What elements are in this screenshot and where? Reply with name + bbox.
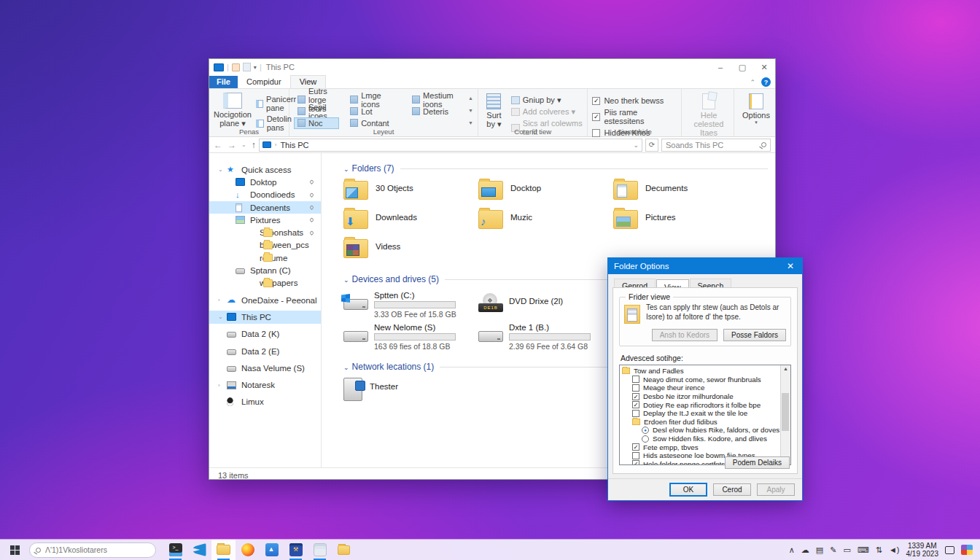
add-columns-button[interactable]: Add colveres ▾: [511, 107, 583, 117]
search-input[interactable]: Soands This PC: [661, 139, 771, 152]
qat-properties-icon[interactable]: [232, 63, 240, 71]
forward-icon[interactable]: →: [228, 140, 236, 150]
collapse-section-icon[interactable]: ⌄: [343, 276, 349, 284]
layout-details[interactable]: Deteris: [408, 106, 465, 117]
adv-option[interactable]: Deplay the It.J exait w the tile loe: [622, 409, 779, 418]
drive-tile-c[interactable]: Sptten (C:) 3.33 OB Fee of 15.8 GB: [343, 290, 478, 322]
adv-option[interactable]: Meage theur irence: [622, 384, 779, 392]
tab-file[interactable]: File: [209, 76, 238, 88]
ok-button[interactable]: OK: [669, 483, 707, 497]
up-icon[interactable]: ↑: [252, 140, 256, 150]
folder-tile-3d-objects[interactable]: 30 Otjects: [343, 179, 478, 209]
collapse-ribbon-icon[interactable]: ⌃: [750, 79, 755, 86]
display-tray-icon[interactable]: ▭: [843, 545, 850, 555]
sidebar-item-screenshots[interactable]: Scoonshats: [209, 226, 321, 238]
start-button[interactable]: [0, 540, 29, 560]
folder-tile-documents[interactable]: Decuments: [613, 179, 748, 209]
more-icon[interactable]: ▼: [468, 120, 473, 125]
search-icon[interactable]: [761, 142, 766, 147]
radio-icon[interactable]: [642, 435, 649, 443]
clock[interactable]: 1339 AM 4/19 2023: [906, 542, 939, 558]
refresh-button[interactable]: ⟳: [645, 139, 658, 152]
close-button[interactable]: ✕: [753, 60, 775, 74]
chevron-right-icon[interactable]: ›: [218, 297, 220, 303]
adv-radio-option[interactable]: Sow Hidden fiks. Kodore, and dlives: [622, 435, 779, 443]
sidebar-item-resume[interactable]: rexume: [209, 252, 321, 264]
sidebar-item-data2-e[interactable]: Data 2 (E): [209, 345, 321, 357]
keyboard-tray-icon[interactable]: ⌨: [858, 545, 869, 555]
sidebar-item-this-pc[interactable]: ⌄ This PC: [209, 311, 321, 323]
sidebar-item-desktop[interactable]: Doktop: [209, 176, 321, 188]
taskbar-app-notes[interactable]: [308, 540, 332, 560]
sidebar-item-system-c[interactable]: Sptann (C): [209, 264, 321, 276]
qat-dropdown-icon[interactable]: ▾: [254, 64, 257, 71]
sidebar-item-downloads[interactable]: ↓ Doondioeds: [209, 189, 321, 201]
minimize-button[interactable]: –: [709, 60, 731, 74]
radio-icon[interactable]: ●: [642, 427, 649, 434]
taskbar-app-toolbox[interactable]: ⚒: [284, 540, 308, 560]
help-icon[interactable]: ?: [761, 77, 771, 87]
scroll-down-icon[interactable]: ▼: [468, 108, 473, 113]
volume-tray-icon[interactable]: ◄): [889, 545, 900, 554]
sidebar-item-data2-k[interactable]: Data 2 (K): [209, 328, 321, 341]
onedrive-tray-icon[interactable]: ☁: [801, 545, 809, 555]
advanced-settings-list[interactable]: Tow and Fadles Neayo dimut come, sewor f…: [619, 365, 791, 465]
tab-computer[interactable]: Compidur: [238, 76, 290, 88]
folder-tile-videos[interactable]: Videss: [343, 238, 478, 267]
apply-button[interactable]: Apaly: [757, 483, 795, 496]
drive-tile-data1[interactable]: Dxte 1 (B.) 2.39 69 Fee of 3.64 G8: [478, 322, 613, 354]
sidebar-item-wallpapers[interactable]: wdlpapers: [209, 277, 321, 289]
item-check-boxes-checkbox[interactable]: ✓ Neo therk bewss: [592, 96, 677, 105]
folder-tile-desktop[interactable]: Docktop: [478, 179, 613, 209]
tablet-tray-icon[interactable]: ▤: [816, 545, 823, 555]
checkbox-icon[interactable]: [632, 376, 639, 383]
sidebar-item-documents[interactable]: Decanents: [209, 201, 321, 214]
action-center-icon[interactable]: [945, 546, 954, 554]
apply-to-folders-button[interactable]: Ansh to Kedors: [652, 329, 718, 341]
chevron-down-icon[interactable]: ⌄: [218, 166, 223, 173]
group-by-button[interactable]: Gniup by ▾: [511, 96, 583, 105]
qat-newfolder-icon[interactable]: [243, 63, 251, 71]
chevron-right-icon[interactable]: ›: [218, 382, 220, 389]
hidden-icons-chevron[interactable]: ∧: [789, 545, 795, 555]
cancel-button[interactable]: Cerod: [713, 483, 751, 496]
sidebar-item-between-pcs[interactable]: between_pcs: [209, 239, 321, 252]
colorful-app-icon[interactable]: [961, 545, 973, 555]
folder-tile-downloads[interactable]: ⬇ Downleads: [343, 209, 478, 238]
taskbar-app-photos[interactable]: [260, 540, 284, 560]
adv-option[interactable]: Neayo dimut come, sewor fhunbruals: [622, 376, 779, 384]
scroll-up-icon[interactable]: ▲: [783, 366, 788, 371]
checkbox-icon[interactable]: [632, 410, 639, 417]
taskbar-app-explorer[interactable]: [211, 540, 236, 560]
restore-defaults-button[interactable]: Podem Delaiks: [725, 456, 790, 469]
hide-selected-button[interactable]: Hele celested Itaes: [686, 92, 731, 137]
layout-scroll-arrows[interactable]: ▲ ▼ ▼: [465, 92, 473, 128]
folder-tile-music[interactable]: ♪ Muzic: [478, 209, 613, 238]
adv-radio-option[interactable]: ● Desl elow hubies Rike, faldors, or dov…: [622, 426, 779, 435]
checkbox-icon[interactable]: ✓: [632, 460, 639, 465]
adv-option[interactable]: ✓ Fete empp, tbves: [622, 443, 779, 451]
sidebar-item-nas-volume[interactable]: Nasa Velume (S): [209, 362, 321, 374]
dialog-close-button[interactable]: ✕: [779, 258, 802, 274]
taskbar-app-firefox[interactable]: [236, 540, 260, 560]
file-extensions-checkbox[interactable]: ✓ Piis rame estessitens: [592, 108, 677, 125]
scroll-up-icon[interactable]: ▲: [468, 96, 473, 101]
taskbar-app-folder[interactable]: [332, 540, 356, 560]
checkbox-icon[interactable]: ✓: [632, 393, 639, 400]
folder-tile-pictures[interactable]: Pictures: [613, 209, 748, 238]
checkbox-icon[interactable]: ✓: [592, 113, 600, 121]
checkbox-icon[interactable]: ✓: [632, 401, 639, 408]
checkbox-icon[interactable]: [632, 452, 639, 459]
address-bar[interactable]: › This PC ⌄: [259, 139, 642, 152]
sidebar-item-onedrive[interactable]: › ☁ OneDaixe - Peeonal: [209, 294, 321, 306]
adv-option[interactable]: ✓ Desbo Ne itzor milhurdonale: [622, 392, 779, 401]
back-icon[interactable]: ←: [214, 140, 222, 150]
drive-tile-dvd[interactable]: DE1B DVD Drixe (2l): [478, 290, 613, 322]
recent-locations-icon[interactable]: ⌄: [241, 141, 246, 148]
scrollbar-thumb[interactable]: [782, 393, 789, 431]
address-dropdown-icon[interactable]: ⌄: [633, 141, 639, 149]
chevron-down-icon[interactable]: ⌄: [218, 314, 223, 320]
sidebar-item-network[interactable]: › Notaresk: [209, 378, 321, 391]
taskbar-app-terminal[interactable]: >_: [163, 540, 187, 560]
options-button[interactable]: Options ▾: [739, 92, 774, 125]
